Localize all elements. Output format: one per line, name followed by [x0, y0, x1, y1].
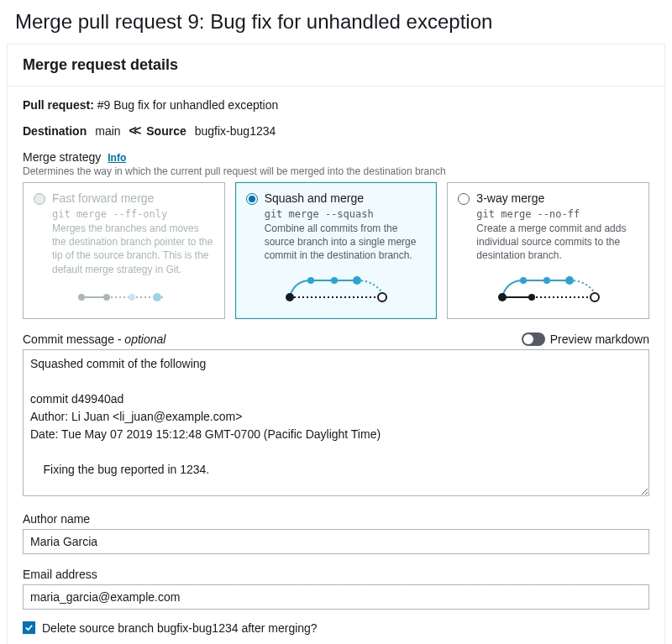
panel-title: Merge request details	[8, 45, 664, 86]
svg-point-4	[129, 294, 135, 301]
svg-point-2	[78, 294, 85, 301]
card-desc: Create a merge commit and adds individua…	[476, 222, 638, 263]
author-label: Author name	[23, 512, 649, 526]
source-label: Source	[146, 124, 186, 138]
radio-icon	[246, 193, 258, 205]
radio-icon	[34, 193, 45, 205]
source-branch: bugfix-bug1234	[195, 124, 276, 138]
strategy-sub: Determines the way in which the current …	[23, 165, 649, 177]
card-cmd: git merge --no-ff	[476, 208, 638, 220]
card-title: Squash and merge	[265, 191, 364, 205]
card-desc: Merges the branches and moves the destin…	[52, 222, 214, 276]
svg-point-12	[378, 293, 386, 301]
chevron-left-icon: <<	[129, 123, 139, 139]
strategy-options: Fast forward merge git merge --ff-only M…	[23, 182, 649, 319]
radio-icon	[458, 193, 470, 205]
svg-point-16	[565, 276, 574, 285]
destination-branch: main	[95, 124, 120, 138]
info-link[interactable]: Info	[108, 152, 126, 164]
card-desc: Combine all commits from the source bran…	[265, 222, 427, 263]
delete-branch-checkbox[interactable]: Delete source branch bugfix-bug1234 afte…	[23, 621, 649, 635]
svg-point-9	[353, 276, 361, 285]
strategy-card-3way[interactable]: 3-way merge git merge --no-ff Create a m…	[447, 182, 649, 319]
pr-label: Pull request:	[23, 98, 94, 112]
page-title: Merge pull request 9: Bug fix for unhand…	[0, 0, 672, 40]
svg-point-21	[591, 293, 599, 301]
ff-diagram-icon	[34, 288, 214, 306]
email-input[interactable]	[23, 584, 649, 610]
svg-point-11	[286, 293, 294, 301]
commit-message-input[interactable]	[23, 349, 649, 496]
branch-row: Destination main << Source bugfix-bug123…	[23, 123, 649, 139]
svg-point-19	[498, 293, 507, 301]
svg-point-8	[331, 277, 338, 284]
svg-point-7	[307, 277, 314, 284]
details-panel: Merge request details Pull request: #9 B…	[7, 44, 665, 644]
delete-branch-label: Delete source branch bugfix-bug1234 afte…	[42, 621, 318, 635]
svg-point-5	[153, 293, 161, 301]
strategy-card-ff: Fast forward merge git merge --ff-only M…	[23, 182, 225, 319]
toggle-icon	[522, 332, 545, 346]
card-cmd: git merge --ff-only	[52, 208, 214, 220]
email-label: Email address	[23, 568, 649, 581]
svg-point-3	[103, 294, 110, 301]
preview-label: Preview markdown	[550, 332, 649, 346]
pull-request-line: Pull request: #9 Bug fix for unhandled e…	[23, 98, 649, 112]
commit-label: Commit message - optional	[23, 332, 165, 346]
check-icon	[23, 621, 35, 634]
strategy-card-squash[interactable]: Squash and merge git merge --squash Comb…	[235, 182, 438, 319]
destination-label: Destination	[23, 124, 87, 138]
strategy-label: Merge strategy	[23, 150, 101, 164]
squash-diagram-icon	[246, 275, 427, 303]
card-title: 3-way merge	[476, 191, 544, 205]
svg-point-20	[528, 294, 535, 301]
svg-point-15	[543, 277, 550, 284]
card-cmd: git merge --squash	[265, 208, 427, 220]
author-name-input[interactable]	[23, 529, 649, 554]
preview-toggle[interactable]: Preview markdown	[522, 332, 649, 346]
threeway-diagram-icon	[458, 275, 638, 303]
pr-summary: #9 Bug fix for unhandled exception	[97, 98, 279, 112]
card-title: Fast forward merge	[52, 191, 154, 205]
svg-point-14	[520, 277, 527, 284]
